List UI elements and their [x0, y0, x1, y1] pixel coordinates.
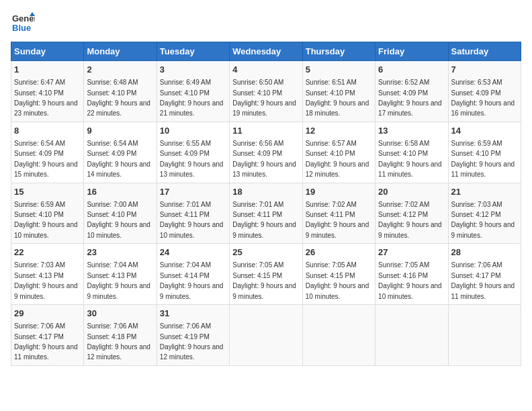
day-info: Sunrise: 6:51 AMSunset: 4:10 PMDaylight:… — [306, 79, 369, 117]
day-number: 2 — [87, 64, 153, 76]
calendar-cell: 6 Sunrise: 6:52 AMSunset: 4:09 PMDayligh… — [375, 61, 448, 122]
calendar-cell: 23 Sunrise: 7:04 AMSunset: 4:13 PMDaylig… — [84, 244, 157, 305]
calendar-cell: 21 Sunrise: 7:03 AMSunset: 4:12 PMDaylig… — [448, 183, 521, 244]
day-info: Sunrise: 7:01 AMSunset: 4:11 PMDaylight:… — [232, 201, 296, 239]
day-number: 26 — [306, 246, 372, 259]
day-info: Sunrise: 7:01 AMSunset: 4:11 PMDaylight:… — [160, 201, 224, 239]
day-number: 10 — [160, 125, 226, 137]
calendar-cell — [375, 305, 448, 366]
day-header-wednesday: Wednesday — [230, 42, 302, 61]
day-number: 18 — [232, 186, 299, 198]
day-info: Sunrise: 6:56 AMSunset: 4:09 PMDaylight:… — [232, 140, 296, 178]
calendar-cell — [302, 305, 375, 366]
day-number: 29 — [14, 308, 81, 320]
calendar-cell: 17 Sunrise: 7:01 AMSunset: 4:11 PMDaylig… — [157, 183, 229, 244]
day-number: 3 — [160, 64, 226, 76]
calendar-cell: 12 Sunrise: 6:57 AMSunset: 4:10 PMDaylig… — [302, 122, 375, 183]
week-row-3: 15 Sunrise: 6:59 AMSunset: 4:10 PMDaylig… — [11, 183, 521, 244]
day-info: Sunrise: 6:50 AMSunset: 4:10 PMDaylight:… — [232, 79, 296, 117]
day-number: 14 — [451, 125, 518, 137]
day-header-sunday: Sunday — [11, 42, 84, 61]
calendar-cell: 9 Sunrise: 6:54 AMSunset: 4:09 PMDayligh… — [84, 122, 157, 183]
day-number: 4 — [232, 64, 299, 76]
day-number: 8 — [14, 125, 81, 137]
calendar-cell: 26 Sunrise: 7:05 AMSunset: 4:15 PMDaylig… — [302, 244, 375, 305]
day-header-thursday: Thursday — [302, 42, 375, 61]
day-header-friday: Friday — [375, 42, 448, 61]
logo: General Blue — [11, 11, 38, 35]
calendar-cell: 10 Sunrise: 6:55 AMSunset: 4:09 PMDaylig… — [157, 122, 229, 183]
calendar-cell — [230, 305, 302, 366]
day-info: Sunrise: 7:06 AMSunset: 4:17 PMDaylight:… — [451, 261, 515, 300]
calendar-cell: 19 Sunrise: 7:02 AMSunset: 4:11 PMDaylig… — [302, 183, 375, 244]
day-info: Sunrise: 6:55 AMSunset: 4:09 PMDaylight:… — [160, 140, 224, 178]
day-number: 31 — [160, 308, 226, 320]
day-info: Sunrise: 6:48 AMSunset: 4:10 PMDaylight:… — [87, 79, 150, 117]
day-info: Sunrise: 6:59 AMSunset: 4:10 PMDaylight:… — [451, 140, 515, 178]
day-number: 28 — [451, 246, 518, 259]
day-header-tuesday: Tuesday — [157, 42, 229, 61]
calendar-cell: 8 Sunrise: 6:54 AMSunset: 4:09 PMDayligh… — [11, 122, 84, 183]
day-info: Sunrise: 7:03 AMSunset: 4:13 PMDaylight:… — [14, 261, 78, 300]
day-info: Sunrise: 6:54 AMSunset: 4:09 PMDaylight:… — [87, 140, 150, 178]
day-info: Sunrise: 7:05 AMSunset: 4:15 PMDaylight:… — [306, 261, 369, 300]
calendar-cell: 18 Sunrise: 7:01 AMSunset: 4:11 PMDaylig… — [230, 183, 302, 244]
day-number: 5 — [306, 64, 372, 76]
day-number: 17 — [160, 186, 226, 198]
week-row-2: 8 Sunrise: 6:54 AMSunset: 4:09 PMDayligh… — [11, 122, 521, 183]
header-row: SundayMondayTuesdayWednesdayThursdayFrid… — [11, 42, 521, 61]
calendar-cell: 20 Sunrise: 7:02 AMSunset: 4:12 PMDaylig… — [375, 183, 448, 244]
day-info: Sunrise: 7:06 AMSunset: 4:17 PMDaylight:… — [14, 322, 78, 361]
calendar-cell: 7 Sunrise: 6:53 AMSunset: 4:09 PMDayligh… — [448, 61, 521, 122]
calendar-cell: 4 Sunrise: 6:50 AMSunset: 4:10 PMDayligh… — [230, 61, 302, 122]
day-info: Sunrise: 7:04 AMSunset: 4:13 PMDaylight:… — [87, 261, 150, 300]
day-info: Sunrise: 7:00 AMSunset: 4:10 PMDaylight:… — [87, 201, 150, 239]
day-info: Sunrise: 6:53 AMSunset: 4:09 PMDaylight:… — [451, 79, 515, 117]
day-number: 12 — [306, 125, 372, 137]
day-info: Sunrise: 6:57 AMSunset: 4:10 PMDaylight:… — [306, 140, 369, 178]
day-number: 16 — [87, 186, 153, 198]
calendar-cell: 5 Sunrise: 6:51 AMSunset: 4:10 PMDayligh… — [302, 61, 375, 122]
day-number: 30 — [87, 308, 153, 320]
calendar-cell: 11 Sunrise: 6:56 AMSunset: 4:09 PMDaylig… — [230, 122, 302, 183]
calendar-cell: 30 Sunrise: 7:06 AMSunset: 4:18 PMDaylig… — [84, 305, 157, 366]
day-info: Sunrise: 7:02 AMSunset: 4:11 PMDaylight:… — [306, 201, 369, 239]
week-row-4: 22 Sunrise: 7:03 AMSunset: 4:13 PMDaylig… — [11, 244, 521, 305]
day-number: 11 — [232, 125, 299, 137]
day-number: 22 — [14, 246, 81, 259]
day-header-saturday: Saturday — [448, 42, 521, 61]
day-number: 19 — [306, 186, 372, 198]
day-header-monday: Monday — [84, 42, 157, 61]
day-info: Sunrise: 7:04 AMSunset: 4:14 PMDaylight:… — [160, 261, 224, 300]
calendar-table: SundayMondayTuesdayWednesdayThursdayFrid… — [11, 42, 521, 366]
day-info: Sunrise: 6:58 AMSunset: 4:10 PMDaylight:… — [378, 140, 442, 178]
day-info: Sunrise: 7:06 AMSunset: 4:19 PMDaylight:… — [160, 322, 224, 361]
calendar-cell: 24 Sunrise: 7:04 AMSunset: 4:14 PMDaylig… — [157, 244, 229, 305]
calendar-cell: 16 Sunrise: 7:00 AMSunset: 4:10 PMDaylig… — [84, 183, 157, 244]
calendar-cell: 3 Sunrise: 6:49 AMSunset: 4:10 PMDayligh… — [157, 61, 229, 122]
calendar-cell: 13 Sunrise: 6:58 AMSunset: 4:10 PMDaylig… — [375, 122, 448, 183]
day-number: 15 — [14, 186, 81, 198]
day-number: 6 — [378, 64, 445, 76]
day-number: 20 — [378, 186, 445, 198]
calendar-cell: 28 Sunrise: 7:06 AMSunset: 4:17 PMDaylig… — [448, 244, 521, 305]
day-number: 23 — [87, 246, 153, 259]
calendar-cell: 29 Sunrise: 7:06 AMSunset: 4:17 PMDaylig… — [11, 305, 84, 366]
day-info: Sunrise: 6:47 AMSunset: 4:10 PMDaylight:… — [14, 79, 78, 117]
day-info: Sunrise: 6:59 AMSunset: 4:10 PMDaylight:… — [14, 201, 78, 239]
calendar-cell: 15 Sunrise: 6:59 AMSunset: 4:10 PMDaylig… — [11, 183, 84, 244]
day-info: Sunrise: 7:03 AMSunset: 4:12 PMDaylight:… — [451, 201, 515, 239]
logo-icon: General Blue — [11, 11, 35, 35]
calendar-cell: 22 Sunrise: 7:03 AMSunset: 4:13 PMDaylig… — [11, 244, 84, 305]
calendar-cell — [448, 305, 521, 366]
day-info: Sunrise: 7:02 AMSunset: 4:12 PMDaylight:… — [378, 201, 442, 239]
day-number: 7 — [451, 64, 518, 76]
week-row-5: 29 Sunrise: 7:06 AMSunset: 4:17 PMDaylig… — [11, 305, 521, 366]
calendar-cell: 14 Sunrise: 6:59 AMSunset: 4:10 PMDaylig… — [448, 122, 521, 183]
day-number: 1 — [14, 64, 81, 76]
calendar-cell: 1 Sunrise: 6:47 AMSunset: 4:10 PMDayligh… — [11, 61, 84, 122]
page-header: General Blue — [11, 11, 521, 35]
day-number: 25 — [232, 246, 299, 259]
day-number: 9 — [87, 125, 153, 137]
day-number: 13 — [378, 125, 445, 137]
